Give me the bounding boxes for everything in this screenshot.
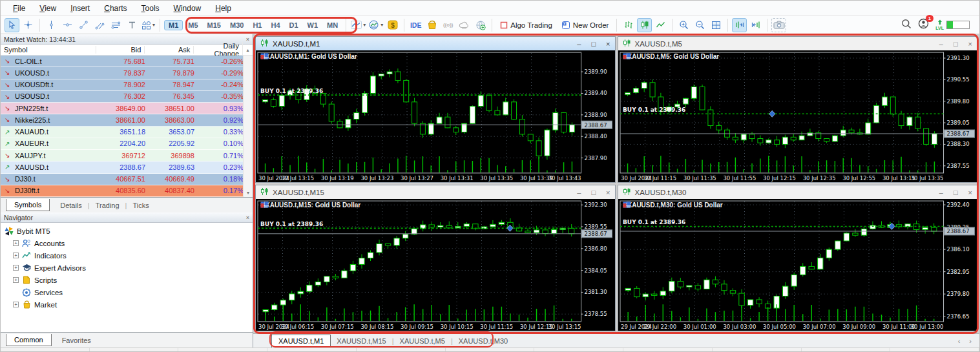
navigator-item-market[interactable]: +Market [5, 298, 253, 311]
cursor-tool-button[interactable] [5, 18, 19, 32]
table-row-JPN225ft.t[interactable]: ↘JPN225ft.t38649.0038651.000.93% [1, 103, 253, 114]
minimize-icon[interactable]: – [577, 189, 581, 196]
horizontal-line-tool-button[interactable] [60, 18, 75, 32]
currency-dollar-button[interactable]: $ [385, 18, 400, 32]
table-row-DJ30.t[interactable]: ↘DJ30.t40667.5140669.490.18% [1, 174, 253, 185]
market-watch-tab-ticks[interactable]: Ticks [127, 200, 154, 211]
column-symbol[interactable]: Symbol [1, 46, 96, 54]
text-tool-button[interactable] [125, 18, 140, 32]
bar-chart-mode-button[interactable] [621, 18, 636, 32]
chart-plot-area[interactable]: XAUUSD.t,M30: Gold US Dollar2392.402389.… [618, 199, 977, 331]
chart-tab-xauusd-t-m1[interactable]: XAUUSD.t,M1 [271, 335, 331, 347]
navigator-item-scripts[interactable]: +Scripts [5, 274, 253, 286]
candlestick-mode-button[interactable] [637, 18, 652, 32]
close-icon[interactable]: × [968, 189, 972, 196]
timeframe-m15[interactable]: M15 [203, 21, 225, 30]
community-globe-icon[interactable] [473, 18, 488, 32]
chart-window-titlebar[interactable]: XAUUSD.t,M30–□× [618, 185, 977, 199]
candlestick-chart[interactable]: 2392.302389.552386.802384.052381.302378.… [256, 199, 615, 331]
crosshair-tool-button[interactable] [21, 18, 36, 32]
chart-plot-area[interactable]: XAUUSD.t,M1: Gold US Dollar2389.902389.4… [256, 50, 615, 182]
menu-help[interactable]: Help [208, 2, 238, 15]
column-ask[interactable]: Ask [145, 46, 194, 54]
candlestick-chart[interactable]: 2389.902389.402388.902388.402387.90BUY 0… [256, 50, 615, 182]
zoom-in-button[interactable] [676, 18, 691, 32]
navigator-item-indicators[interactable]: +Indicators [5, 249, 253, 262]
candlestick-chart[interactable]: 2391.302390.552389.802389.052388.302387.… [618, 50, 977, 182]
minimize-icon[interactable]: – [577, 40, 581, 48]
menu-insert[interactable]: Insert [63, 2, 97, 15]
market-watch-scrollbar[interactable]: ▾ [243, 56, 253, 197]
chart-plot-area[interactable]: XAUUSD.t,M15: Gold US Dollar2392.302389.… [256, 199, 615, 331]
navigator-root-bybit-mt5[interactable]: Bybit MT5 [5, 225, 253, 237]
timeframe-m5[interactable]: M5 [184, 21, 202, 30]
shift-end-button[interactable] [732, 18, 747, 32]
table-row-USOUSD.t[interactable]: ↘USOUSD.t76.30276.345-0.35% [1, 91, 253, 103]
timeframe-mn[interactable]: MN [323, 21, 342, 30]
screenshot-camera-button[interactable] [771, 18, 786, 32]
table-row-Nikkei225.t[interactable]: ↘Nikkei225.t38661.0038663.000.92% [1, 114, 253, 126]
menu-view[interactable]: View [32, 2, 63, 15]
column-bid[interactable]: Bid [96, 46, 145, 54]
tab-next-icon[interactable]: › [969, 337, 972, 345]
table-row-XAUEUR.t[interactable]: ↗XAUEUR.t2204.202205.920.10% [1, 138, 253, 150]
notifications-icon[interactable]: 1 [918, 18, 929, 32]
maximize-icon[interactable]: □ [954, 189, 958, 196]
expand-icon[interactable]: + [13, 302, 19, 307]
maximize-icon[interactable]: □ [591, 189, 596, 196]
chart-line-type-button[interactable]: ▾ [350, 18, 366, 32]
market-watch-tab-details[interactable]: Details [55, 200, 87, 211]
shapes-tool-button[interactable]: ▾ [141, 18, 156, 32]
channel-tool-button[interactable] [92, 18, 107, 32]
minimize-icon[interactable]: – [939, 189, 943, 196]
tab-prev-icon[interactable]: ‹ [958, 337, 961, 345]
table-row-UKOUSDft.t[interactable]: ↘UKOUSDft.t78.90278.947-0.24% [1, 79, 253, 91]
zoom-out-button[interactable] [693, 18, 707, 32]
market-watch-tab-trading[interactable]: Trading [90, 200, 125, 211]
chart-tab-xauusd-t-m30[interactable]: XAUUSD.t,M30 [453, 335, 514, 347]
menu-window[interactable]: Window [167, 2, 209, 15]
menu-tools[interactable]: Tools [134, 2, 167, 15]
expand-icon[interactable]: + [13, 240, 19, 246]
navigator-tab-common[interactable]: Common [6, 334, 52, 346]
maximize-icon[interactable]: □ [591, 40, 596, 48]
scroll-up-icon[interactable]: ▴ [243, 47, 253, 53]
chart-tab-xauusd-t-m15[interactable]: XAUUSD.t,M15 [331, 335, 391, 347]
navigator-item-accounts[interactable]: +Accounts [5, 237, 253, 249]
market-bag-icon[interactable] [424, 18, 439, 32]
chart-window-titlebar[interactable]: XAUUSD.t,M1–□× [256, 37, 615, 50]
trendline-tool-button[interactable] [76, 18, 91, 32]
new-order-button[interactable]: New Order [558, 18, 613, 32]
market-watch-tab-symbols[interactable]: Symbols [6, 199, 50, 211]
chart-window-titlebar[interactable]: XAUUSD.t,M15–□× [256, 185, 615, 199]
tile-windows-button[interactable] [709, 18, 724, 32]
level-indicator[interactable]: LVL [935, 19, 970, 30]
expand-icon[interactable]: + [13, 253, 19, 258]
table-row-UKOUSD.t[interactable]: ↘UKOUSD.t79.83779.879-0.29% [1, 67, 253, 79]
timeframe-h4[interactable]: H4 [267, 21, 284, 30]
maximize-icon[interactable]: □ [954, 40, 958, 48]
equidistant-lines-tool-button[interactable] [109, 18, 123, 32]
vertical-line-tool-button[interactable] [44, 18, 59, 32]
navigator-tab-favorites[interactable]: Favorites [57, 335, 96, 346]
algo-trading-button[interactable]: Algo Trading [496, 18, 556, 32]
search-icon[interactable] [901, 19, 912, 32]
chart-tab-xauusd-t-m5[interactable]: XAUUSD.t,M5 [394, 335, 451, 347]
table-row-DJ30ft.t[interactable]: ↘DJ30ft.t40835.6040837.400.17% [1, 185, 253, 197]
navigator-item-services[interactable]: Services [5, 286, 253, 298]
menu-charts[interactable]: Charts [97, 2, 134, 15]
table-row-XAUJPY.t[interactable]: ↘XAUJPY.t3697123698980.71% [1, 150, 253, 161]
expand-icon[interactable]: + [13, 277, 19, 283]
timeframe-d1[interactable]: D1 [286, 21, 302, 30]
chart-window-titlebar[interactable]: XAUUSD.t,M5–□× [618, 37, 977, 50]
menu-file[interactable]: File [6, 2, 32, 15]
timeframe-m30[interactable]: M30 [226, 21, 247, 30]
close-icon[interactable]: × [968, 40, 972, 48]
line-chart-mode-button[interactable] [653, 18, 668, 32]
candlestick-chart[interactable]: 2392.402389.252386.102382.952379.802376.… [618, 199, 977, 331]
expand-icon[interactable]: + [13, 265, 19, 271]
close-icon[interactable]: × [246, 214, 249, 221]
navigator-item-expert-advisors[interactable]: +Expert Advisors [5, 262, 253, 274]
scroll-down-icon[interactable]: ▾ [247, 190, 249, 196]
table-row-XAUAUD.t[interactable]: ↗XAUAUD.t3651.183653.070.33% [1, 127, 253, 138]
